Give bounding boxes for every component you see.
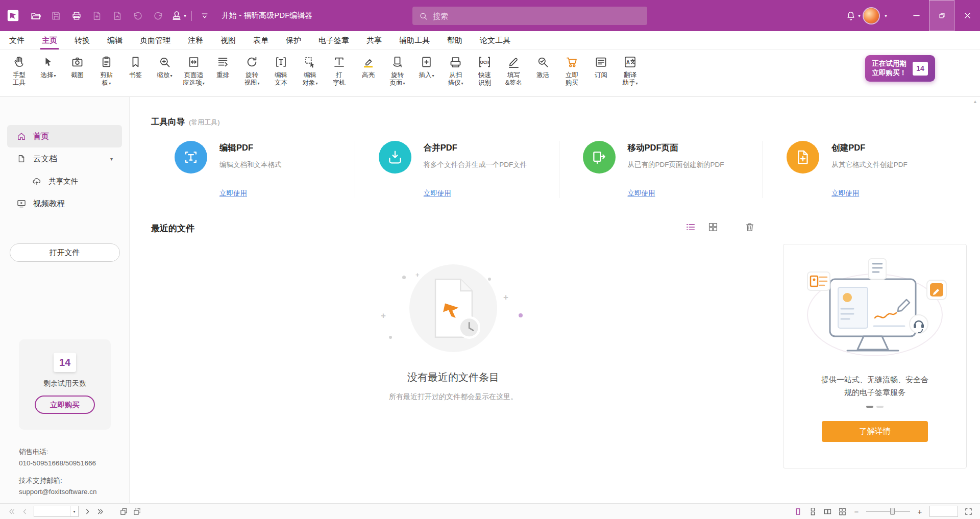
sidebar-item-cloud-docs[interactable]: 云文档▾	[7, 147, 122, 170]
close-button[interactable]	[954, 0, 980, 31]
svg-text:A: A	[626, 60, 630, 65]
trial-purchase-badge[interactable]: 正在试用期 立即购买！ 14	[865, 55, 936, 82]
ribbon-tool-fit-page-options[interactable]: 页面适应选项▾	[180, 54, 208, 96]
support-email-address[interactable]: support@foxitsoftware.cn	[19, 486, 97, 498]
single-page-view-button[interactable]	[794, 507, 802, 516]
redo-button[interactable]	[150, 7, 167, 25]
ribbon-tool-rotate-pages[interactable]: 旋转页面▾	[383, 54, 411, 96]
open-file-button[interactable]	[27, 7, 44, 25]
search-box[interactable]	[412, 7, 647, 25]
page-number-input[interactable]	[34, 506, 70, 516]
list-view-button[interactable]	[685, 221, 696, 235]
ribbon-tool-clipboard[interactable]: 剪贴板▾	[92, 54, 120, 96]
sidebar-item-video-tutorials[interactable]: 视频教程	[7, 192, 122, 215]
esign-promo-panel: 提供一站式、无缝流畅、安全合 规的电子签章服务 了解详情	[783, 244, 967, 468]
sidebar-item-shared-files[interactable]: 共享文件	[7, 170, 122, 192]
ribbon-tools: 手型工具选择▾截图剪贴板▾书签缩放▾页面适应选项▾重排旋转视图▾编辑文本编辑对象…	[5, 54, 644, 96]
stamp-icon	[171, 10, 182, 21]
next-page-button[interactable]	[83, 507, 92, 516]
copy-pages-button[interactable]	[133, 507, 141, 516]
menu-item-edit[interactable]: 编辑	[107, 31, 122, 50]
continuous-view-button[interactable]	[808, 507, 817, 516]
ribbon-tool-rotate-view[interactable]: 旋转视图▾	[238, 54, 266, 96]
ribbon-tool-subscribe[interactable]: 订阅	[587, 54, 615, 96]
restore-button[interactable]	[929, 0, 954, 31]
zoom-out-button[interactable]: −	[853, 507, 860, 516]
menu-item-file[interactable]: 文件	[9, 31, 24, 50]
print-button[interactable]	[68, 7, 85, 25]
ribbon-tool-from-scanner[interactable]: 从扫描仪▾	[442, 54, 470, 96]
open-file-button[interactable]: 打开文件	[10, 243, 120, 262]
menu-item-accessibility[interactable]: 辅助工具	[399, 31, 430, 50]
sidebar-item-home[interactable]: 首页	[7, 125, 122, 147]
foxit-logo-icon[interactable]	[6, 9, 20, 22]
share-document-button[interactable]	[109, 7, 126, 25]
facing-continuous-view-button[interactable]	[838, 507, 847, 516]
menu-item-share[interactable]: 共享	[366, 31, 382, 50]
reflow-icon	[216, 55, 230, 69]
ribbon-tool-highlight[interactable]: 高亮	[354, 54, 382, 96]
export-document-button[interactable]	[88, 7, 106, 25]
ribbon-tool-edit-text[interactable]: 编辑文本	[267, 54, 295, 96]
create-pdf-use-now-link[interactable]: 立即使用	[831, 189, 859, 198]
first-page-button[interactable]	[7, 507, 16, 516]
menu-item-view[interactable]: 视图	[220, 31, 236, 50]
buy-now-button[interactable]: 立即购买	[35, 396, 95, 414]
esign-stamp-button[interactable]: ▾	[170, 7, 187, 25]
minimize-button[interactable]	[903, 0, 929, 31]
edit-pdf-use-now-link[interactable]: 立即使用	[219, 189, 247, 198]
carousel-dot-2[interactable]	[876, 406, 884, 408]
user-avatar[interactable]	[864, 8, 879, 23]
menu-item-help[interactable]: 帮助	[447, 31, 462, 50]
snapshot-pages-button[interactable]	[119, 507, 128, 516]
ribbon-tool-insert[interactable]: 插入▾	[412, 54, 440, 96]
customize-toolbar-button[interactable]	[196, 7, 213, 25]
save-file-button[interactable]	[47, 7, 65, 25]
ribbon-tool-fill-sign[interactable]: 填写&签名	[500, 54, 528, 96]
clear-recent-button[interactable]	[744, 221, 755, 235]
learn-more-button[interactable]: 了解详情	[822, 421, 928, 442]
trial-badge-line2: 立即购买！	[872, 68, 907, 78]
menu-item-home[interactable]: 主页	[42, 31, 57, 50]
ribbon-tool-select[interactable]: 选择▾	[34, 54, 62, 96]
zoom-level-input[interactable]	[930, 506, 958, 516]
notifications-button[interactable]: ▾	[845, 7, 861, 25]
account-menu-button[interactable]: ▾	[880, 7, 890, 25]
merge-pdf-use-now-link[interactable]: 立即使用	[424, 189, 451, 198]
move-pdf-pages-use-now-link[interactable]: 立即使用	[628, 189, 655, 198]
scroll-up-icon[interactable]: ▲	[973, 99, 977, 104]
menu-item-form[interactable]: 表单	[253, 31, 268, 50]
menu-item-protect[interactable]: 保护	[286, 31, 301, 50]
ribbon-tool-activate[interactable]: 激活	[529, 54, 557, 96]
ribbon-tool-quick-ocr[interactable]: OCR快速识别	[471, 54, 499, 96]
ribbon-tool-zoom[interactable]: 缩放▾	[151, 54, 179, 96]
previous-page-button[interactable]	[20, 507, 29, 516]
menu-item-organize[interactable]: 页面管理	[140, 31, 170, 50]
facing-view-button[interactable]	[823, 507, 832, 516]
ribbon-tool-edit-object[interactable]: 编辑对象▾	[296, 54, 324, 96]
zoom-level-box[interactable]	[929, 506, 958, 517]
ribbon-tool-reflow[interactable]: 重排	[209, 54, 237, 96]
menu-item-convert[interactable]: 转换	[75, 31, 90, 50]
zoom-slider[interactable]	[866, 511, 910, 512]
ribbon-tool-snapshot[interactable]: 截图	[63, 54, 91, 96]
last-page-button[interactable]	[96, 507, 105, 516]
menu-item-comment[interactable]: 注释	[188, 31, 203, 50]
menu-item-esign[interactable]: 电子签章	[318, 31, 349, 50]
carousel-dot-1[interactable]	[866, 406, 873, 408]
grid-view-icon	[707, 221, 719, 233]
search-input[interactable]	[433, 12, 641, 20]
fullscreen-icon[interactable]	[964, 507, 973, 516]
zoom-in-button[interactable]: +	[916, 507, 923, 516]
menu-item-paper-tools[interactable]: 论文工具	[480, 31, 510, 50]
page-dropdown-icon[interactable]: ▾	[70, 506, 78, 516]
ribbon-tool-hand-tool[interactable]: 手型工具	[5, 54, 33, 96]
ribbon-tool-bookmark[interactable]: 书签	[121, 54, 150, 96]
grid-view-button[interactable]	[707, 221, 719, 235]
undo-button[interactable]	[129, 7, 146, 25]
ribbon-tool-typewriter[interactable]: 打字机	[325, 54, 353, 96]
zoom-slider-thumb[interactable]	[890, 508, 895, 515]
ribbon-tool-buy-now[interactable]: 立即购买	[558, 54, 586, 96]
page-number-box[interactable]: ▾	[34, 506, 79, 517]
ribbon-tool-translate-assistant[interactable]: A翻译助手▾	[616, 54, 644, 96]
